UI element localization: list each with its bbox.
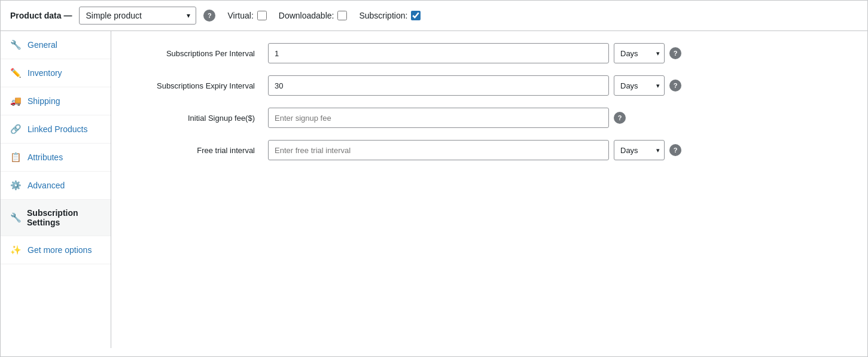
form-row-initial-signup-fee: Initial Signup fee($) ?	[129, 108, 849, 128]
sidebar-item-general[interactable]: 🔧 General	[1, 31, 111, 59]
subscriptions-expiry-interval-inputs: Days Weeks Months Years ▾ ?	[268, 75, 849, 96]
attributes-icon: 📋	[10, 152, 22, 163]
link-icon: 🔗	[10, 124, 22, 135]
inventory-icon: ✏️	[10, 68, 22, 78]
subscriptions-expiry-interval-label: Subscriptions Expiry Interval	[129, 81, 261, 90]
sidebar-label-inventory: Inventory	[28, 68, 62, 78]
sidebar-item-advanced[interactable]: ⚙️ Advanced	[1, 172, 111, 200]
initial-signup-fee-label: Initial Signup fee($)	[129, 114, 261, 123]
sidebar-label-get-more-options: Get more options	[28, 245, 92, 255]
subscription-checkbox[interactable]	[411, 11, 421, 20]
sidebar-item-linked-products[interactable]: 🔗 Linked Products	[1, 115, 111, 144]
sidebar-label-attributes: Attributes	[28, 152, 63, 162]
sidebar-item-subscription-settings[interactable]: 🔧 Subscription Settings	[1, 200, 111, 236]
sidebar: 🔧 General ✏️ Inventory 🚚 Shipping 🔗 Link…	[1, 31, 111, 348]
free-trial-interval-input[interactable]	[268, 140, 609, 160]
subscriptions-per-interval-select-wrapper[interactable]: Days Weeks Months Years ▾	[614, 43, 665, 63]
subscription-label: Subscription:	[359, 11, 407, 20]
initial-signup-fee-input[interactable]	[268, 108, 609, 128]
subscriptions-per-interval-input[interactable]	[268, 43, 609, 63]
virtual-checkbox-group: Virtual:	[227, 11, 266, 20]
initial-signup-fee-help-icon[interactable]: ?	[614, 112, 626, 124]
sidebar-item-attributes[interactable]: 📋 Attributes	[1, 144, 111, 172]
sidebar-item-shipping[interactable]: 🚚 Shipping	[1, 87, 111, 115]
sidebar-label-linked-products: Linked Products	[28, 124, 87, 134]
subscriptions-per-interval-help-icon[interactable]: ?	[669, 47, 681, 59]
product-type-select-wrapper[interactable]: Simple product Variable product Grouped …	[79, 7, 196, 25]
subscriptions-per-interval-label: Subscriptions Per Interval	[129, 49, 261, 58]
sidebar-label-advanced: Advanced	[28, 181, 65, 190]
product-data-title: Product data —	[10, 11, 72, 20]
sidebar-label-subscription-settings: Subscription Settings	[27, 208, 101, 227]
sidebar-item-inventory[interactable]: ✏️ Inventory	[1, 59, 111, 87]
sidebar-label-shipping: Shipping	[28, 96, 60, 106]
form-row-subscriptions-per-interval: Subscriptions Per Interval Days Weeks Mo…	[129, 43, 849, 63]
main-content: Subscriptions Per Interval Days Weeks Mo…	[111, 31, 867, 348]
product-data-body: 🔧 General ✏️ Inventory 🚚 Shipping 🔗 Link…	[1, 31, 867, 348]
initial-signup-fee-inputs: ?	[268, 108, 849, 128]
form-row-free-trial-interval: Free trial interval Days Weeks Months Ye…	[129, 140, 849, 160]
virtual-checkbox[interactable]	[257, 11, 267, 20]
subscription-settings-icon: 🔧	[10, 212, 21, 223]
free-trial-interval-help-icon[interactable]: ?	[669, 144, 681, 156]
gear-icon: ⚙️	[10, 180, 22, 191]
form-row-subscriptions-expiry-interval: Subscriptions Expiry Interval Days Weeks…	[129, 75, 849, 96]
product-type-select[interactable]: Simple product Variable product Grouped …	[79, 7, 196, 25]
virtual-label: Virtual:	[227, 11, 253, 20]
free-trial-interval-inputs: Days Weeks Months Years ▾ ?	[268, 140, 849, 160]
product-data-panel: Product data — Simple product Variable p…	[0, 0, 868, 357]
subscriptions-expiry-interval-help-icon[interactable]: ?	[669, 80, 681, 91]
subscriptions-per-interval-inputs: Days Weeks Months Years ▾ ?	[268, 43, 849, 63]
free-trial-interval-select[interactable]: Days Weeks Months Years	[614, 140, 665, 160]
subscriptions-expiry-interval-select[interactable]: Days Weeks Months Years	[614, 75, 665, 96]
subscriptions-per-interval-select[interactable]: Days Weeks Months Years	[614, 43, 665, 63]
shipping-icon: 🚚	[10, 96, 22, 106]
product-type-help-icon[interactable]: ?	[203, 10, 215, 22]
downloadable-label: Downloadable:	[279, 11, 334, 20]
wrench-icon: 🔧	[10, 39, 22, 50]
downloadable-checkbox-group: Downloadable:	[279, 11, 348, 20]
subscription-checkbox-group: Subscription:	[359, 11, 421, 20]
subscriptions-expiry-interval-select-wrapper[interactable]: Days Weeks Months Years ▾	[614, 75, 665, 96]
downloadable-checkbox[interactable]	[337, 11, 347, 20]
header-checkboxes: Virtual: Downloadable: Subscription:	[227, 11, 421, 20]
free-trial-interval-select-wrapper[interactable]: Days Weeks Months Years ▾	[614, 140, 665, 160]
product-data-header: Product data — Simple product Variable p…	[1, 1, 867, 31]
free-trial-interval-label: Free trial interval	[129, 146, 261, 155]
sidebar-label-general: General	[28, 40, 57, 50]
subscriptions-expiry-interval-input[interactable]	[268, 75, 609, 96]
sidebar-item-get-more-options[interactable]: ✨ Get more options	[1, 236, 111, 264]
star-icon: ✨	[10, 245, 22, 255]
